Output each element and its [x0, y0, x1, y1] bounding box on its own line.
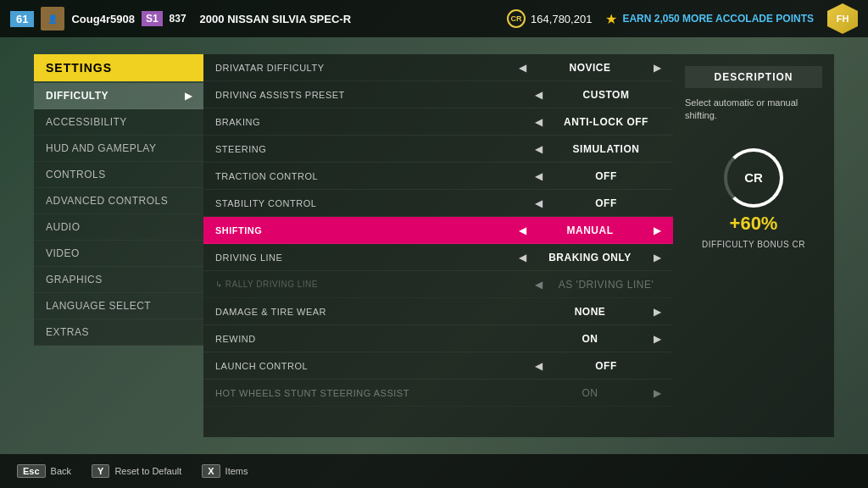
left-arrow-traction[interactable]: ◀: [535, 170, 542, 182]
accolade-text: EARN 2,050 MORE ACCOLADE POINTS: [622, 13, 814, 25]
bottom-bar: Esc Back Y Reset to Default X Items: [0, 454, 868, 488]
action-items[interactable]: X Items: [202, 464, 248, 478]
cr-icon: CR: [507, 9, 526, 28]
s1-badge: S1: [142, 11, 163, 26]
row-rally-driving-line: ↳ RALLY DRIVING LINE ◀ AS 'DRIVING LINE': [203, 271, 673, 298]
left-arrow-assists[interactable]: ◀: [535, 89, 542, 101]
esc-key: Esc: [17, 464, 46, 478]
row-braking[interactable]: BRAKING ◀ ANTI-LOCK OFF: [203, 108, 673, 136]
row-traction[interactable]: TRACTION CONTROL ◀ OFF: [203, 163, 673, 190]
top-right-info: CR 164,780,201 ★ EARN 2,050 MORE ACCOLAD…: [507, 3, 858, 34]
row-drivatar-difficulty[interactable]: DRIVATAR DIFFICULTY ◀ NOVICE ▶: [203, 54, 673, 81]
accolade-bar: ★ EARN 2,050 MORE ACCOLADE POINTS: [605, 11, 814, 27]
row-rewind[interactable]: REWIND ON ▶: [203, 325, 673, 352]
left-panel: SETTINGS DIFFICULTY ▶ ACCESSIBILITY HUD …: [34, 54, 203, 437]
menu-item-graphics[interactable]: GRAPHICS: [34, 267, 203, 293]
row-damage[interactable]: DAMAGE & TIRE WEAR NONE ▶: [203, 298, 673, 325]
left-arrow-driving-line[interactable]: ◀: [519, 252, 526, 263]
left-arrow-stability[interactable]: ◀: [535, 197, 542, 209]
username: Coug4r5908: [71, 13, 134, 25]
main-content: SETTINGS DIFFICULTY ▶ ACCESSIBILITY HUD …: [0, 37, 868, 454]
description-title: DESCRIPTION: [685, 66, 822, 88]
cr-bonus-label: DIFFICULTY BONUS CR: [702, 240, 805, 249]
cr-display: CR 164,780,201: [507, 9, 592, 28]
menu-items: DIFFICULTY ▶ ACCESSIBILITY HUD AND GAMEP…: [34, 83, 203, 346]
right-arrow-shifting[interactable]: ▶: [654, 225, 661, 236]
row-stability[interactable]: STABILITY CONTROL ◀ OFF: [203, 190, 673, 217]
arrow-icon: ▶: [185, 91, 192, 102]
car-rating: 837: [170, 13, 186, 25]
avatar: 👤: [41, 7, 64, 30]
center-panel: DRIVATAR DIFFICULTY ◀ NOVICE ▶ DRIVING A…: [203, 54, 673, 437]
player-level: 61: [10, 11, 34, 27]
row-hotwheels: HOT WHEELS STUNT STEERING ASSIST ON ▶: [203, 380, 673, 407]
fh-logo: FH: [827, 3, 858, 34]
right-arrow-drivatar[interactable]: ▶: [654, 62, 661, 74]
top-bar: 61 👤 Coug4r5908 S1 837 2000 NISSAN SILVI…: [0, 0, 868, 37]
action-back[interactable]: Esc Back: [17, 464, 71, 478]
left-arrow-braking[interactable]: ◀: [535, 116, 542, 128]
menu-item-video[interactable]: VIDEO: [34, 241, 203, 267]
cr-percent: +60%: [730, 213, 778, 235]
row-driving-assists[interactable]: DRIVING ASSISTS PRESET ◀ CUSTOM: [203, 81, 673, 108]
left-arrow-rally: ◀: [535, 279, 542, 291]
action-reset[interactable]: Y Reset to Default: [92, 464, 181, 478]
row-launch-control[interactable]: LAUNCH CONTROL ◀ OFF: [203, 352, 673, 380]
menu-item-extras[interactable]: EXTRAS: [34, 319, 203, 346]
right-arrow-damage[interactable]: ▶: [654, 306, 661, 318]
car-name: 2000 NISSAN SILVIA SPEC-R: [200, 13, 351, 25]
menu-item-hud[interactable]: HUD AND GAMEPLAY: [34, 136, 203, 162]
left-arrow-launch[interactable]: ◀: [535, 360, 542, 372]
menu-item-advanced-controls[interactable]: ADVANCED CONTROLS: [34, 188, 203, 214]
description-text: Select automatic or manual shifting.: [685, 97, 822, 123]
right-arrow-hotwheels: ▶: [654, 387, 661, 399]
menu-item-controls[interactable]: CONTROLS: [34, 162, 203, 188]
right-arrow-driving-line[interactable]: ▶: [654, 252, 661, 263]
cr-value: 164,780,201: [531, 13, 592, 25]
row-steering[interactable]: STEERING ◀ SIMULATION: [203, 136, 673, 163]
left-arrow-shifting[interactable]: ◀: [519, 225, 526, 236]
left-arrow-drivatar[interactable]: ◀: [519, 62, 526, 74]
cr-bonus-container: CR +60% DIFFICULTY BONUS CR: [702, 148, 805, 249]
menu-item-accessibility[interactable]: ACCESSIBILITY: [34, 109, 203, 136]
right-arrow-rewind[interactable]: ▶: [654, 333, 661, 345]
cr-circle-label: CR: [744, 170, 763, 185]
right-panel: DESCRIPTION Select automatic or manual s…: [673, 54, 834, 437]
row-driving-line[interactable]: DRIVING LINE ◀ BRAKING ONLY ▶: [203, 244, 673, 271]
y-key: Y: [92, 464, 109, 478]
row-shifting[interactable]: SHIFTING ◀ MANUAL ▶: [203, 217, 673, 244]
menu-item-difficulty[interactable]: DIFFICULTY ▶: [34, 83, 203, 109]
player-info: 61 👤 Coug4r5908 S1 837 2000 NISSAN SILVI…: [10, 7, 351, 30]
menu-item-language[interactable]: LANGUAGE SELECT: [34, 293, 203, 319]
menu-item-audio[interactable]: AUDIO: [34, 214, 203, 241]
star-icon: ★: [605, 11, 617, 27]
settings-title: SETTINGS: [34, 54, 203, 81]
left-arrow-steering[interactable]: ◀: [535, 143, 542, 155]
cr-big-circle: CR: [724, 148, 783, 208]
x-key: X: [202, 464, 220, 478]
